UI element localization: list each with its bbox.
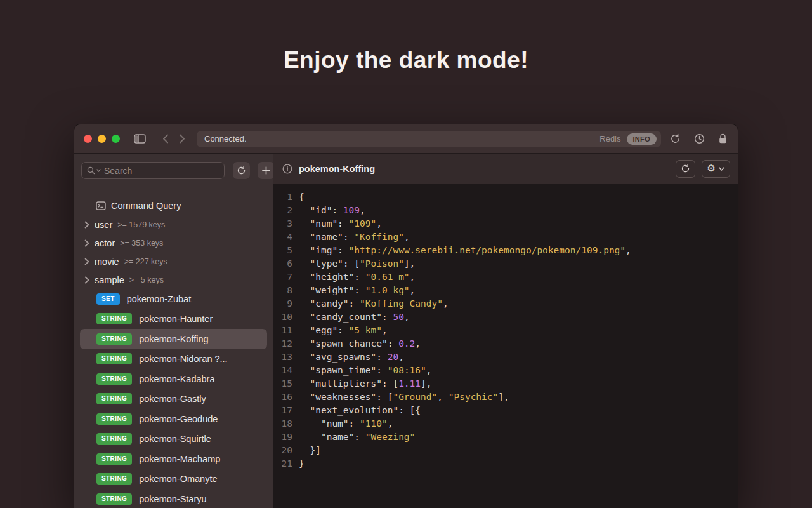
key-row[interactable]: STRINGpokemon-Gastly	[80, 389, 267, 410]
sidebar-group-sample[interactable]: sample>= 5 keys	[74, 271, 273, 289]
sidebar-refresh-button[interactable]	[233, 162, 250, 179]
code-line: 10 "candy_count": 50,	[273, 311, 738, 324]
code-text: "weight": "1.0 kg",	[299, 284, 415, 297]
line-number: 17	[273, 404, 299, 417]
code-text: "avg_spawns": 20,	[299, 351, 404, 364]
key-name-label: pokemon-Machamp	[139, 454, 220, 464]
terminal-icon	[96, 201, 106, 210]
info-icon[interactable]	[282, 164, 292, 174]
key-name-label: pokemon-Gastly	[139, 394, 206, 404]
sidebar: Command Query user>= 1579 keysactor>= 35…	[74, 154, 273, 508]
refresh-icon[interactable]	[670, 133, 681, 144]
search-field[interactable]	[81, 162, 225, 179]
redis-label: Redis	[599, 134, 620, 144]
command-query-item[interactable]: Command Query	[74, 196, 273, 215]
code-line: 17 "next_evolution": [{	[273, 404, 738, 417]
forward-icon[interactable]	[179, 134, 185, 144]
code-line: 11 "egg": "5 km",	[273, 324, 738, 337]
line-number: 4	[273, 231, 299, 244]
key-name-label: pokemon-Zubat	[127, 294, 192, 304]
code-line: 13 "avg_spawns": 20,	[273, 351, 738, 364]
line-number: 15	[273, 377, 299, 391]
code-line: 4 "name": "Koffing",	[273, 231, 738, 244]
key-row[interactable]: STRINGpokemon-Squirtle	[80, 429, 267, 450]
key-type-badge: STRING	[96, 393, 132, 404]
code-line: 18 "num": "110",	[273, 417, 738, 431]
page-title: Enjoy the dark mode!	[0, 47, 812, 74]
zoom-window-button[interactable]	[112, 135, 120, 143]
connection-status-bar[interactable]: Connected. Redis INFO	[197, 131, 661, 147]
lock-icon[interactable]	[718, 133, 728, 144]
group-key-count: >= 1579 keys	[117, 220, 165, 229]
minimize-window-button[interactable]	[98, 135, 106, 143]
key-type-badge: STRING	[96, 373, 132, 385]
app-window: Connected. Redis INFO	[74, 124, 738, 508]
key-row[interactable]: STRINGpokemon-Nidoran ?...	[80, 349, 267, 370]
key-tree: Command Query user>= 1579 keysactor>= 35…	[74, 196, 273, 508]
sidebar-toggle-icon[interactable]	[134, 134, 146, 144]
code-line: 6 "type": ["Poison"],	[273, 257, 738, 271]
code-line: 9 "candy": "Koffing Candy",	[273, 297, 738, 311]
settings-dropdown-button[interactable]: ⚙	[702, 160, 730, 178]
sidebar-group-movie[interactable]: movie>= 227 keys	[74, 252, 273, 271]
key-row[interactable]: SETpokemon-Zubat	[80, 289, 267, 309]
code-text: }	[299, 457, 304, 471]
history-clock-icon[interactable]	[694, 133, 705, 144]
key-list: SETpokemon-ZubatSTRINGpokemon-HaunterSTR…	[74, 289, 273, 508]
key-row[interactable]: STRINGpokemon-Machamp	[80, 449, 267, 469]
titlebar-actions	[670, 133, 728, 144]
group-key-count: >= 5 keys	[129, 276, 164, 284]
window-body: Command Query user>= 1579 keysactor>= 35…	[74, 154, 738, 508]
code-text: }]	[299, 444, 321, 457]
chevron-right-icon	[84, 221, 95, 229]
line-number: 13	[273, 351, 299, 364]
key-row[interactable]: STRINGpokemon-Haunter	[80, 309, 267, 330]
code-line: 19 "name": "Weezing"	[273, 431, 738, 444]
group-name: movie	[95, 257, 119, 267]
key-row[interactable]: STRINGpokemon-Kadabra	[80, 369, 267, 389]
key-name-label: pokemon-Nidoran ?...	[139, 354, 227, 364]
search-input[interactable]	[104, 166, 219, 176]
code-text: "weaknesses": ["Ground", "Psychic"],	[299, 391, 509, 404]
line-number: 10	[273, 311, 299, 324]
close-window-button[interactable]	[84, 135, 92, 143]
code-text: "type": ["Poison"],	[299, 257, 415, 271]
line-number: 3	[273, 217, 299, 231]
code-line: 1{	[273, 190, 738, 204]
group-name: user	[95, 220, 112, 230]
line-number: 14	[273, 364, 299, 377]
line-number: 12	[273, 337, 299, 351]
sidebar-group-actor[interactable]: actor>= 353 keys	[74, 234, 273, 252]
line-number: 2	[273, 204, 299, 217]
sidebar-group-user[interactable]: user>= 1579 keys	[74, 215, 273, 234]
code-text: "name": "Weezing"	[299, 431, 415, 444]
key-type-badge: STRING	[96, 433, 132, 444]
code-text: "candy_count": 50,	[299, 311, 410, 324]
key-row[interactable]: STRINGpokemon-Koffing	[80, 329, 267, 349]
key-type-badge: STRING	[96, 413, 132, 425]
chevron-right-icon	[84, 258, 95, 265]
main-panel: pokemon-Koffing ⚙ 1{2 "id": 109,3 "num":…	[273, 154, 738, 508]
line-number: 20	[273, 444, 299, 457]
code-line: 12 "spawn_chance": 0.2,	[273, 337, 738, 351]
key-row[interactable]: STRINGpokemon-Geodude	[80, 409, 267, 429]
key-type-badge: STRING	[96, 453, 132, 465]
back-icon[interactable]	[162, 134, 169, 144]
add-key-button[interactable]	[258, 162, 275, 179]
info-badge[interactable]: INFO	[627, 133, 657, 145]
key-row[interactable]: STRINGpokemon-Staryu	[80, 489, 267, 508]
line-number: 1	[273, 190, 299, 204]
group-key-count: >= 353 keys	[120, 239, 163, 248]
key-row[interactable]: STRINGpokemon-Omanyte	[80, 469, 267, 490]
key-name-label: pokemon-Kadabra	[139, 374, 214, 384]
json-viewer[interactable]: 1{2 "id": 109,3 "num": "109",4 "name": "…	[273, 184, 738, 508]
key-name-label: pokemon-Koffing	[139, 334, 208, 344]
value-refresh-button[interactable]	[676, 160, 695, 178]
key-type-badge: STRING	[96, 313, 132, 324]
code-line: 5 "img": "http://www.serebii.net/pokemon…	[273, 244, 738, 257]
group-name: sample	[95, 275, 124, 285]
code-line: 15 "multipliers": [1.11],	[273, 377, 738, 391]
key-name-label: pokemon-Squirtle	[139, 434, 211, 444]
code-text: "egg": "5 km",	[299, 324, 388, 337]
line-number: 6	[273, 257, 299, 271]
